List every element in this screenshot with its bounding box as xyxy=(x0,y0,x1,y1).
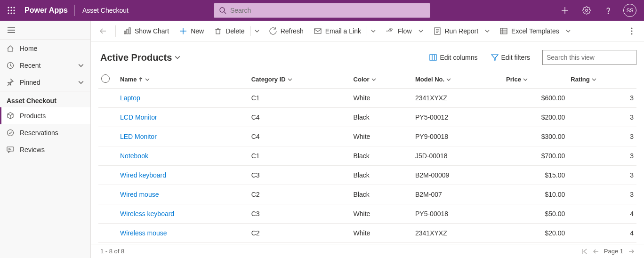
settings-button[interactable] xyxy=(576,0,597,21)
global-search[interactable] xyxy=(214,3,430,18)
new-button[interactable]: New xyxy=(175,24,209,39)
show-chart-button[interactable]: Show Chart xyxy=(119,24,174,39)
email-split[interactable] xyxy=(367,26,380,36)
cell-name[interactable]: Wired mouse xyxy=(117,185,249,204)
search-icon xyxy=(219,7,226,14)
nav-item-reservations[interactable]: Reservations xyxy=(0,124,90,141)
cell-rating: 3 xyxy=(568,89,636,108)
cell-model: J5D-00018 xyxy=(412,146,503,166)
pager-page: Page 1 xyxy=(604,248,623,255)
cell-price: $20.00 xyxy=(503,224,568,243)
select-all[interactable] xyxy=(98,71,117,89)
view-selector[interactable]: Active Products xyxy=(100,52,180,63)
global-search-input[interactable] xyxy=(230,7,425,14)
waffle-icon xyxy=(8,7,15,14)
nav-item-reviews[interactable]: Reviews xyxy=(0,141,90,158)
row-select[interactable] xyxy=(98,89,117,108)
check-circle-icon xyxy=(7,129,14,137)
svg-rect-30 xyxy=(216,30,220,34)
nav-item-products[interactable]: Products xyxy=(0,107,90,124)
nav-item-pinned[interactable]: Pinned xyxy=(0,74,90,91)
gear-icon xyxy=(582,6,591,15)
cell-price: $200.00 xyxy=(503,108,568,127)
column-header-color[interactable]: Color xyxy=(351,71,412,89)
cell-rating: 4 xyxy=(568,224,636,243)
cell-model: B2M-00009 xyxy=(412,166,503,185)
add-button[interactable] xyxy=(555,0,575,21)
table-row[interactable]: LaptopC1White2341XYXZ$600.003 xyxy=(98,89,636,108)
cell-category: C1 xyxy=(249,89,351,108)
pager-prev[interactable] xyxy=(593,248,599,255)
delete-button[interactable]: Delete xyxy=(209,24,249,39)
app-launcher[interactable] xyxy=(0,0,23,21)
nav-item-home[interactable]: Home xyxy=(0,40,90,57)
cell-name[interactable]: LED Monitor xyxy=(117,127,249,146)
row-select[interactable] xyxy=(98,166,117,185)
help-button[interactable] xyxy=(598,0,619,21)
cell-rating: 3 xyxy=(568,185,636,204)
row-select[interactable] xyxy=(98,224,117,243)
cell-name[interactable]: Notebook xyxy=(117,146,249,166)
row-select[interactable] xyxy=(98,108,117,127)
view-search-input[interactable] xyxy=(547,54,629,61)
cell-name[interactable]: LCD Monitor xyxy=(117,108,249,127)
table-row[interactable]: NotebookC1BlackJ5D-00018$700.003 xyxy=(98,146,636,166)
cell-name[interactable]: Laptop xyxy=(117,89,249,108)
cell-category: C2 xyxy=(249,224,351,243)
nav-toggle[interactable] xyxy=(0,21,23,40)
cell-price: $700.00 xyxy=(503,146,568,166)
table-row[interactable]: Wired mouseC2BlackB2M-007$10.003 xyxy=(98,185,636,204)
cell-name[interactable]: Wired keyboard xyxy=(117,166,249,185)
svg-point-49 xyxy=(632,57,632,58)
account-button[interactable]: SS xyxy=(620,0,640,21)
svg-point-1 xyxy=(10,7,12,8)
excel-templates-button[interactable]: Excel Templates xyxy=(495,24,575,39)
nav-item-recent[interactable]: Recent xyxy=(0,57,90,74)
plus-icon xyxy=(179,27,187,35)
column-header-rating[interactable]: Rating xyxy=(568,71,636,89)
cell-name[interactable]: Wireless keyboard xyxy=(117,204,249,224)
back-button[interactable] xyxy=(94,27,113,35)
run-report-button[interactable]: Run Report xyxy=(429,24,495,39)
chevron-down-icon xyxy=(78,80,84,85)
cell-rating: 4 xyxy=(568,204,636,224)
delete-split[interactable] xyxy=(250,26,264,36)
chevron-down-icon xyxy=(371,29,376,33)
svg-point-8 xyxy=(13,12,15,14)
column-header-category[interactable]: Category ID xyxy=(249,71,351,89)
column-header-price[interactable]: Price xyxy=(503,71,568,89)
table-row[interactable]: Wireless keyboardC3WhitePY5-00018$50.004 xyxy=(98,204,636,224)
mail-icon xyxy=(314,27,322,35)
sidebar: Home Recent Pinned Asset Checkout Produc… xyxy=(0,21,91,258)
table-row[interactable]: Wireless mouseC2White2341XYXZ$20.004 xyxy=(98,224,636,243)
edit-filters-button[interactable]: Edit filters xyxy=(486,50,535,65)
pager-first[interactable] xyxy=(581,248,588,255)
table-row[interactable]: LED MonitorC4WhitePY9-00018$300.003 xyxy=(98,127,636,146)
report-icon xyxy=(434,27,441,35)
flow-button[interactable]: Flow xyxy=(381,24,428,39)
refresh-button[interactable]: Refresh xyxy=(265,24,308,39)
row-select[interactable] xyxy=(98,127,117,146)
column-header-name[interactable]: Name xyxy=(117,71,249,89)
nav-item-label: Reservations xyxy=(20,129,58,137)
row-select[interactable] xyxy=(98,185,117,204)
pager-next[interactable] xyxy=(628,248,635,255)
view-search[interactable] xyxy=(542,50,636,65)
row-select[interactable] xyxy=(98,146,117,166)
sort-asc-icon xyxy=(138,77,143,82)
command-overflow[interactable] xyxy=(622,27,641,35)
arrow-left-icon xyxy=(99,27,107,35)
edit-columns-button[interactable]: Edit columns xyxy=(425,50,482,65)
svg-point-7 xyxy=(10,12,12,14)
row-select[interactable] xyxy=(98,204,117,224)
svg-point-13 xyxy=(586,9,588,12)
svg-rect-21 xyxy=(7,147,14,151)
table-row[interactable]: LCD MonitorC4BlackPY5-00012$200.003 xyxy=(98,108,636,127)
cell-model: PY5-00018 xyxy=(412,204,503,224)
column-header-model[interactable]: Model No. xyxy=(412,71,503,89)
svg-point-43 xyxy=(631,30,633,32)
email-link-button[interactable]: Email a Link xyxy=(309,24,366,39)
table-row[interactable]: Wired keyboardC3BlackB2M-00009$15.003 xyxy=(98,166,636,185)
cell-name[interactable]: Wireless mouse xyxy=(117,224,249,243)
cube-icon xyxy=(7,112,14,120)
